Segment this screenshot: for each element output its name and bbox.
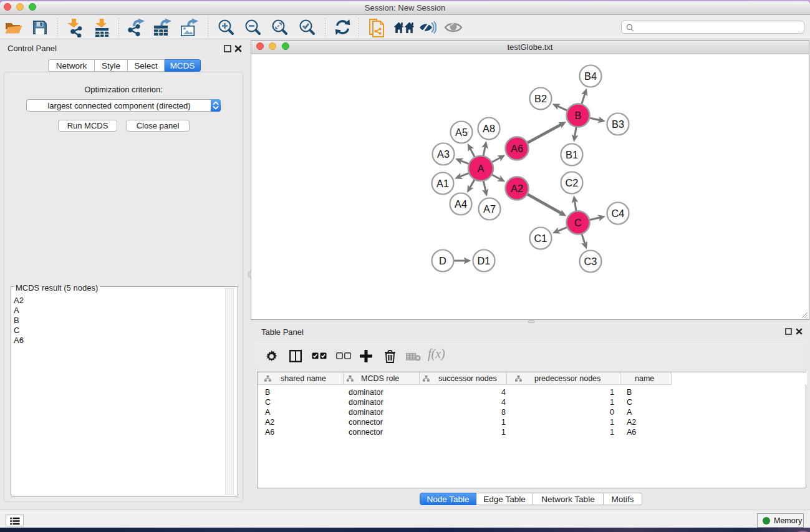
svg-text:A7: A7 bbox=[483, 203, 496, 215]
svg-text:A3: A3 bbox=[437, 148, 450, 160]
svg-text:A1: A1 bbox=[436, 178, 449, 189]
svg-text:A: A bbox=[478, 163, 485, 174]
svg-text:A2: A2 bbox=[511, 183, 523, 194]
svg-text:B: B bbox=[575, 110, 582, 121]
svg-text:A4: A4 bbox=[455, 198, 467, 210]
svg-text:C: C bbox=[574, 217, 582, 228]
svg-text:D: D bbox=[439, 255, 446, 266]
svg-text:C4: C4 bbox=[612, 208, 625, 219]
svg-text:B4: B4 bbox=[584, 70, 597, 82]
svg-text:C1: C1 bbox=[534, 233, 547, 244]
svg-text:A6: A6 bbox=[511, 143, 523, 154]
svg-text:A8: A8 bbox=[483, 123, 495, 134]
svg-text:C2: C2 bbox=[566, 177, 579, 188]
svg-text:C3: C3 bbox=[584, 256, 597, 267]
svg-text:D1: D1 bbox=[478, 255, 491, 266]
svg-text:B3: B3 bbox=[612, 118, 624, 130]
svg-text:A5: A5 bbox=[455, 127, 468, 138]
svg-text:B1: B1 bbox=[566, 149, 578, 160]
svg-text:B2: B2 bbox=[534, 93, 547, 104]
